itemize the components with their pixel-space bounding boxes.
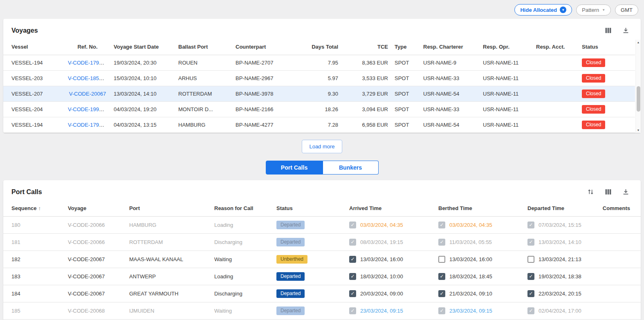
portcalls-column-header-reason-for-call[interactable]: Reason for Call <box>211 201 273 217</box>
tab-bunkers[interactable]: Bunkers <box>323 161 379 175</box>
comments-cell <box>593 234 641 251</box>
voyages-table: VesselRef. No.Voyage Start DateBallast P… <box>3 40 635 133</box>
vessel-cell: VESSEL-203 <box>3 71 65 86</box>
checkbox-checked-icon[interactable]: ✓ <box>527 290 534 297</box>
load-more-button[interactable]: Load more <box>302 140 342 153</box>
checkbox-checked-icon[interactable]: ✓ <box>349 307 356 314</box>
voyages-column-header-resp-opr[interactable]: Resp. Opr. <box>480 40 533 55</box>
voyages-column-header-type[interactable]: Type <box>391 40 420 55</box>
scrollbar-thumb[interactable] <box>637 86 640 112</box>
port-call-row[interactable]: 185V-CODE-20068IJMUIDENWaitingDeparted✓2… <box>3 302 641 320</box>
detail-tabs: Port Calls Bunkers <box>0 157 644 180</box>
gmt-button[interactable]: GMT <box>615 4 638 16</box>
portcalls-column-header-status[interactable]: Status <box>273 201 346 217</box>
ref-no-link[interactable]: V-CODE-185009 <box>68 75 108 81</box>
sequence-cell: 182 <box>3 251 65 268</box>
checkbox-checked-icon[interactable]: ✓ <box>438 222 445 228</box>
counterpart-cell: BP-NAME-3978 <box>232 86 296 102</box>
voyages-column-header-status[interactable]: Status <box>579 40 635 55</box>
voyage-cell: V-CODE-20066 <box>65 234 126 251</box>
voyage-row[interactable]: VESSEL-204V-CODE-19904804/03/2024, 19:20… <box>3 102 635 117</box>
portcalls-column-header-departed-time[interactable]: Departed Time <box>524 201 593 217</box>
voyages-column-header-resp-charterer[interactable]: Resp. Charterer <box>420 40 480 55</box>
scroll-down-icon[interactable]: ▼ <box>637 128 640 133</box>
checkbox-checked-icon[interactable]: ✓ <box>349 222 356 228</box>
resp-charterer-cell: USR-NAME-9 <box>420 55 480 71</box>
sort-icon[interactable] <box>586 188 595 196</box>
voyage-start-date-cell: 13/03/2024, 14:10 <box>110 86 175 102</box>
column-header-label: Departed Time <box>527 205 564 211</box>
voyages-column-header-counterpart[interactable]: Counterpart <box>232 40 296 55</box>
vessel-cell: VESSEL-194 <box>3 55 65 71</box>
voyages-column-header-days-total[interactable]: Days Total <box>296 40 341 55</box>
voyage-row[interactable]: VESSEL-207V-CODE-2006713/03/2024, 14:10R… <box>3 86 635 102</box>
voyages-column-header-ballast-port[interactable]: Ballast Port <box>175 40 232 55</box>
port-call-row[interactable]: 182V-CODE-20067MAAS-WAAL KANAALWaitingUn… <box>3 251 641 268</box>
download-icon[interactable] <box>622 188 630 196</box>
columns-icon[interactable] <box>604 26 613 35</box>
port-call-row[interactable]: 181V-CODE-20066ROTTERDAMDischargingDepar… <box>3 234 641 251</box>
ref-no-link[interactable]: V-CODE-179019 <box>68 122 108 128</box>
checkbox-checked-icon[interactable]: ✓ <box>527 222 534 228</box>
portcalls-column-header-sequence[interactable]: Sequence↑ <box>3 201 65 217</box>
ref-no-link[interactable]: V-CODE-20067 <box>69 91 106 97</box>
status-badge: Departed <box>276 238 305 246</box>
port-calls-table: Sequence↑VoyagePortReason for CallStatus… <box>3 201 641 320</box>
port-call-row[interactable]: 184V-CODE-20067GREAT YARMOUTHDischarging… <box>3 285 641 302</box>
ref-no-link[interactable]: V-CODE-199048 <box>68 106 108 112</box>
portcalls-column-header-arrived-time[interactable]: Arrived Time <box>346 201 435 217</box>
voyage-row[interactable]: VESSEL-194V-CODE-17902119/03/2024, 20:30… <box>3 55 635 71</box>
port-call-row[interactable]: 180V-CODE-20066HAMBURGLoadingDeparted✓03… <box>3 217 641 234</box>
voyages-column-header-voyage-start-date[interactable]: Voyage Start Date <box>110 40 175 55</box>
sequence-cell: 180 <box>3 217 65 234</box>
download-icon[interactable] <box>622 26 630 35</box>
voyages-scrollbar[interactable]: ▲ ▼ <box>635 40 641 133</box>
checkbox-checked-icon[interactable]: ✓ <box>527 273 534 280</box>
checkbox-unchecked-icon[interactable] <box>527 256 534 263</box>
checkbox-checked-icon[interactable]: ✓ <box>349 239 356 246</box>
arrived-time-cell: ✓03/03/2024, 04:35 <box>346 217 435 234</box>
column-header-label: Berthed Time <box>438 205 472 211</box>
sequence-cell: 183 <box>3 268 65 285</box>
checkbox-checked-icon[interactable]: ✓ <box>438 290 445 297</box>
departed-time-cell: ✓07/03/2024, 15:15 <box>524 217 593 234</box>
time-value: 23/03/2024, 09:15 <box>360 308 403 314</box>
port-cell: ROTTERDAM <box>126 234 211 251</box>
checkbox-checked-icon[interactable]: ✓ <box>438 307 445 314</box>
type-cell: SPOT <box>391 117 420 133</box>
reason-for-call-cell: Waiting <box>211 302 273 320</box>
voyage-row[interactable]: VESSEL-194V-CODE-17901904/03/2024, 13:15… <box>3 117 635 133</box>
tab-port-calls[interactable]: Port Calls <box>266 161 323 175</box>
port-call-row[interactable]: 183V-CODE-20067ANTWERPLoadingDeparted✓18… <box>3 268 641 285</box>
voyages-column-header-resp-acct[interactable]: Resp. Acct. <box>533 40 579 55</box>
voyages-column-header-tce[interactable]: TCE <box>341 40 391 55</box>
checkbox-checked-icon[interactable]: ✓ <box>527 307 534 314</box>
resp-opr-cell: USR-NAME-11 <box>480 71 533 86</box>
portcalls-column-header-berthed-time[interactable]: Berthed Time <box>435 201 524 217</box>
resp-opr-cell: USR-NAME-11 <box>480 86 533 102</box>
checkbox-unchecked-icon[interactable] <box>438 256 445 263</box>
hide-allocated-button[interactable]: Hide Allocated ▼ <box>514 4 572 16</box>
checkbox-checked-icon[interactable]: ✓ <box>527 239 534 246</box>
chevron-down-icon: ▼ <box>602 8 605 12</box>
voyage-row[interactable]: VESSEL-203V-CODE-18500915/03/2024, 10:10… <box>3 71 635 86</box>
portcalls-column-header-comments[interactable]: Comments <box>593 201 641 217</box>
checkbox-checked-icon[interactable]: ✓ <box>349 256 356 263</box>
columns-icon[interactable] <box>604 188 613 196</box>
tce-cell: 3,094 EUR <box>341 102 391 117</box>
ref-no-link[interactable]: V-CODE-179021 <box>68 60 108 66</box>
checkbox-checked-icon[interactable]: ✓ <box>349 290 356 297</box>
portcalls-column-header-port[interactable]: Port <box>126 201 211 217</box>
status-cell: Departed <box>273 234 346 251</box>
counterpart-cell: BP-NAME-2166 <box>232 102 296 117</box>
resp-opr-cell: USR-NAME-11 <box>480 55 533 71</box>
voyages-column-header-vessel[interactable]: Vessel <box>3 40 65 55</box>
scroll-up-icon[interactable]: ▲ <box>637 40 640 45</box>
checkbox-checked-icon[interactable]: ✓ <box>438 273 445 280</box>
voyages-column-header-ref-no[interactable]: Ref. No. <box>65 40 110 55</box>
checkbox-checked-icon[interactable]: ✓ <box>349 273 356 280</box>
portcalls-column-header-voyage[interactable]: Voyage <box>65 201 126 217</box>
pattern-button[interactable]: Pattern ▼ <box>576 4 611 16</box>
port-cell: GREAT YARMOUTH <box>126 285 211 302</box>
checkbox-checked-icon[interactable]: ✓ <box>438 239 445 246</box>
